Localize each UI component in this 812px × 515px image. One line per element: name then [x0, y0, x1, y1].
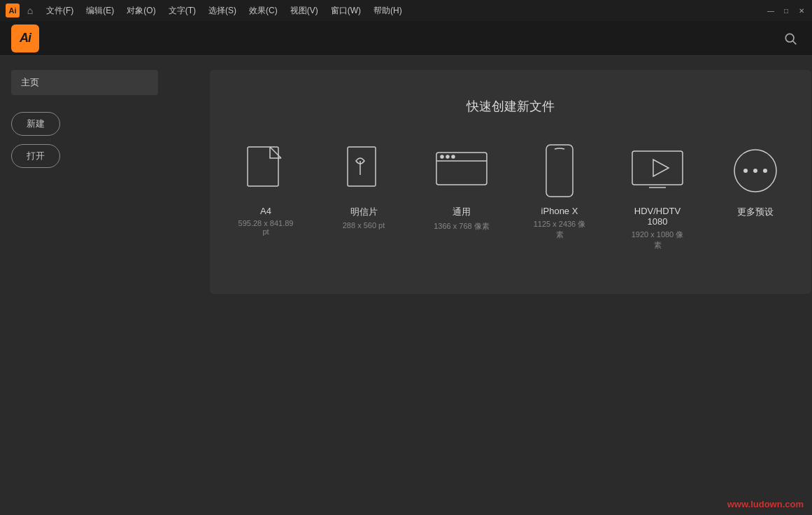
preset-generic-size: 1366 x 768 像素 [434, 221, 490, 232]
menu-item-文件(F)[interactable]: 文件(F) [41, 2, 79, 20]
preset-iphone-size: 1125 x 2436 像素 [532, 219, 587, 240]
preset-postcard-icon [336, 143, 392, 199]
preset-hdtv-size: 1920 x 1080 像素 [629, 230, 685, 251]
home-icon-titlebar[interactable]: ⌂ [24, 4, 36, 17]
preset-postcard-name: 明信片 [350, 206, 378, 218]
ai-logo-small: Ai [6, 3, 20, 17]
svg-rect-4 [348, 147, 376, 186]
preset-iphone[interactable]: iPhone X 1125 x 2436 像素 [532, 143, 587, 240]
preset-hdtv-name: HDV/HDTV 1080 [629, 206, 685, 227]
menubar: 文件(F)编辑(E)对象(O)文字(T)选择(S)效果(C)视图(V)窗口(W)… [41, 2, 408, 20]
svg-line-1 [793, 41, 797, 44]
preset-generic-name: 通用 [453, 206, 471, 218]
svg-point-18 [763, 169, 767, 173]
menu-item-文字(T)[interactable]: 文字(T) [163, 2, 201, 20]
quick-create-box: 快速创建新文件 A4 595.28 x 841.89 pt [210, 70, 811, 294]
svg-point-0 [785, 34, 794, 42]
preset-a4-size: 595.28 x 841.89 pt [238, 219, 294, 236]
titlebar-left: Ai ⌂ 文件(F)编辑(E)对象(O)文字(T)选择(S)效果(C)视图(V)… [6, 2, 408, 20]
svg-point-9 [446, 155, 449, 158]
svg-marker-13 [653, 160, 669, 176]
titlebar-controls: — □ ✕ [766, 6, 806, 15]
titlebar: Ai ⌂ 文件(F)编辑(E)对象(O)文字(T)选择(S)效果(C)视图(V)… [0, 0, 812, 21]
close-button[interactable]: ✕ [797, 6, 806, 15]
content: 主页 新建 打开 快速创建新文件 A4 595.28 x 841 [0, 56, 812, 515]
minimize-button[interactable]: — [766, 6, 776, 15]
svg-point-17 [753, 169, 757, 173]
restore-button[interactable]: □ [781, 6, 791, 15]
menu-item-视图(V)[interactable]: 视图(V) [285, 2, 324, 20]
search-icon[interactable] [780, 28, 801, 49]
menu-item-效果(C)[interactable]: 效果(C) [243, 2, 283, 20]
preset-generic[interactable]: 通用 1366 x 768 像素 [434, 143, 490, 232]
new-button[interactable]: 新建 [11, 112, 60, 136]
preset-more[interactable]: 更多预设 [727, 143, 783, 221]
header: Ai [0, 21, 812, 56]
svg-rect-11 [546, 145, 573, 197]
main-panel: 快速创建新文件 A4 595.28 x 841.89 pt [196, 56, 812, 515]
preset-generic-icon [434, 143, 490, 199]
preset-hdtv[interactable]: HDV/HDTV 1080 1920 x 1080 像素 [629, 143, 685, 251]
menu-item-编辑(E)[interactable]: 编辑(E) [80, 2, 120, 20]
menu-item-选择(S)[interactable]: 选择(S) [203, 2, 242, 20]
svg-rect-2 [248, 147, 278, 186]
svg-point-8 [441, 155, 443, 158]
menu-item-窗口(W)[interactable]: 窗口(W) [325, 2, 366, 20]
open-button[interactable]: 打开 [11, 144, 60, 168]
preset-postcard[interactable]: 明信片 288 x 560 pt [336, 143, 392, 230]
svg-rect-6 [436, 153, 487, 185]
preset-a4-icon [238, 143, 294, 199]
preset-iphone-name: iPhone X [541, 206, 578, 216]
menu-item-帮助(H)[interactable]: 帮助(H) [368, 2, 408, 20]
preset-a4-name: A4 [260, 206, 271, 216]
preset-iphone-icon [532, 143, 587, 199]
svg-point-16 [743, 169, 748, 173]
svg-point-10 [452, 155, 455, 158]
preset-more-name: 更多预设 [737, 206, 774, 218]
presets-row: A4 595.28 x 841.89 pt 明信片 288 x 560 pt [238, 143, 783, 251]
preset-more-icon [727, 143, 783, 199]
ai-logo-main: Ai [11, 24, 39, 52]
sidebar: 主页 新建 打开 [0, 56, 196, 515]
quick-create-title: 快速创建新文件 [238, 98, 783, 115]
svg-line-3 [270, 147, 281, 158]
preset-postcard-size: 288 x 560 pt [343, 221, 385, 230]
menu-item-对象(O)[interactable]: 对象(O) [121, 2, 161, 20]
preset-a4[interactable]: A4 595.28 x 841.89 pt [238, 143, 294, 236]
preset-hdtv-icon [629, 143, 685, 199]
svg-rect-12 [632, 151, 683, 185]
home-tab[interactable]: 主页 [11, 70, 158, 95]
